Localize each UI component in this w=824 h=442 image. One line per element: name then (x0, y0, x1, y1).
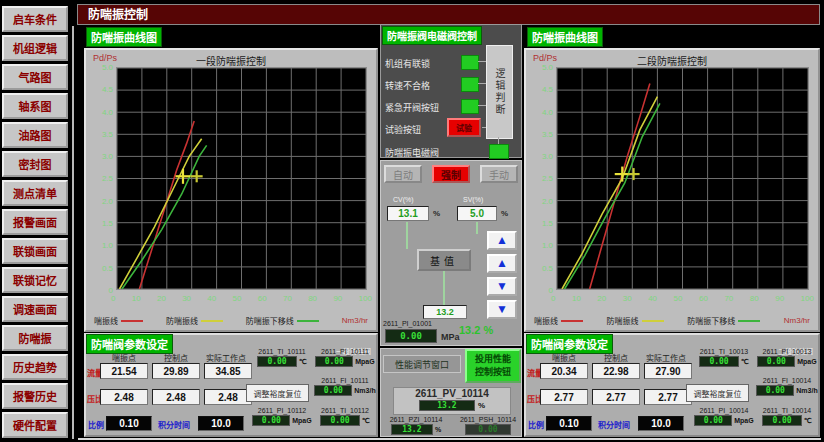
y-axis-ticks: 5.04.54.03.53.02.52.01.51.00.50 (88, 63, 115, 295)
sidebar-item-speed-screen[interactable]: 调速画面 (2, 296, 68, 322)
legend-line-sample (121, 320, 143, 322)
engage-performance-button[interactable]: 投用性能 控制按钮 (465, 349, 521, 383)
sidebar-item-point-list[interactable]: 测点清单 (2, 180, 68, 206)
led-display: 0.00 (699, 356, 739, 367)
legend-line-sample (201, 320, 223, 322)
sidebar-item-history-trend[interactable]: 历史趋势 (2, 354, 68, 380)
connector-line (406, 222, 408, 249)
surge-chart-stage2: 二段防喘振控制 Pd/Ps 5.04.54.03.53.02.52.01.51.… (524, 48, 820, 332)
connector-line (498, 137, 499, 144)
interlock-status-label: 机组有联锁 (385, 57, 430, 70)
led-display: 0.00 (252, 415, 290, 426)
proportional-value-box[interactable]: 0.10 (106, 416, 152, 431)
decrease-arrow-button[interactable]: ▼ (487, 300, 517, 319)
integral-time-label: 积分时间 (158, 419, 190, 430)
sidebar-item-start-conditions[interactable]: 启车条件 (2, 6, 68, 32)
legend-line-sample (642, 320, 664, 322)
proportional-value-box[interactable]: 0.10 (546, 416, 592, 431)
sidebar-item-antisurge[interactable]: 防喘振 (2, 325, 68, 351)
proportional-label: 比例 (528, 419, 544, 430)
pi-tag-group: 2611_PI_10013 0.00MpaG (754, 348, 820, 367)
legend-item-antisurge-line: 防喘振线 (166, 315, 223, 326)
psh-led-display: 0.00 (465, 424, 511, 435)
sidebar-item-oil-diagram[interactable]: 油路图 (2, 122, 68, 148)
solenoid-section-label: 防喘振阀电磁阀控制 (382, 26, 482, 45)
fi-tag-group: 2611_FI_10111 0.00Nm3/h (312, 377, 378, 396)
x-axis-unit: Nm3/hr (342, 316, 368, 325)
led-display: 0.00 (756, 385, 794, 396)
decrease-arrow-button[interactable]: ▼ (487, 277, 517, 296)
sidebar-item-seal-diagram[interactable]: 密封图 (2, 151, 68, 177)
pi2-tag-group: 2611_PI_10014 0.00MpaG (691, 407, 757, 426)
legend-line-sample (561, 320, 583, 322)
legend-item-shift-line: 防喘振下移线 (246, 315, 319, 326)
psh-tag-group: 2611_PSH_10114 0.00 (455, 416, 521, 435)
surge-chart-plot (556, 67, 809, 290)
sidebar-item-shaft-diagram[interactable]: 轴系图 (2, 93, 68, 119)
test-button-label: 试验按钮 (385, 123, 421, 136)
pressure-led-display: 0.00 (385, 329, 437, 343)
test-button[interactable]: 试验 (447, 118, 481, 137)
chart-title: 二段防喘振控制 (526, 53, 818, 68)
mode-manual-button[interactable]: 手动 (480, 165, 518, 183)
speed-indicator (461, 77, 479, 92)
mode-auto-button[interactable]: 自动 (384, 165, 422, 183)
legend-item-surge-line: 喘振线 (94, 315, 143, 326)
pressure-tag-label: 2611_PI_01001 (383, 320, 432, 327)
base-value-button[interactable]: 基值 (417, 249, 471, 271)
surge-chart-plot (116, 67, 367, 290)
ratio-working-value: 2.77 (644, 389, 692, 405)
setpoint-box[interactable]: 13.2 (423, 305, 467, 319)
sidebar-item-unit-logic[interactable]: 机组逻辑 (2, 35, 68, 61)
pressure-unit: MPa (441, 332, 460, 342)
sv-unit: % (501, 209, 508, 218)
pzi-led-display: 13.2 (391, 424, 433, 435)
chart-title: 一段防喘振控制 (86, 53, 376, 68)
integral-time-value-box[interactable]: 10.0 (198, 416, 244, 431)
increase-arrow-button[interactable]: ▲ (487, 254, 517, 273)
sidebar-item-interlock-screen[interactable]: 联锁画面 (2, 238, 68, 264)
sidebar-item-hardware-config[interactable]: 硬件配置 (2, 412, 68, 438)
integral-time-value-box[interactable]: 10.0 (638, 416, 684, 431)
sidebar-item-alarm-screen[interactable]: 报警画面 (2, 209, 68, 235)
ratio-control-value: 2.48 (152, 389, 200, 405)
ratio-working-value: 2.48 (204, 389, 252, 405)
valve-percent-readout: 13.2 % (459, 324, 493, 336)
connector-line (443, 271, 445, 306)
x-axis-unit: Nm3/hr (784, 316, 810, 325)
led-display: 0.00 (314, 385, 352, 396)
increase-arrow-button[interactable]: ▲ (487, 231, 517, 250)
chart-legend: 喘振线 防喘振线 防喘振下移线 Nm3/hr (94, 314, 368, 327)
ratio-control-value: 2.77 (592, 389, 640, 405)
legend-item-surge-line: 喘振线 (534, 315, 583, 326)
sidebar-item-gas-diagram[interactable]: 气路图 (2, 64, 68, 90)
param-section-label-left: 防喘阀参数设定 (86, 334, 173, 354)
led-display: 0.00 (762, 415, 802, 426)
ti2-tag-group: 2611_TI_10014 0.00℃ (754, 407, 820, 426)
ratio-surge-value: 2.48 (100, 389, 148, 405)
cv-unit: % (433, 209, 440, 218)
ratio-surge-value: 2.77 (540, 389, 588, 405)
connector-line (478, 105, 486, 106)
col-header-working-point: 实际工作点 (198, 352, 254, 363)
mode-force-button[interactable]: 强制 (432, 165, 470, 183)
connector-line (476, 222, 478, 234)
logic-judge-box: 逻辑判断 (486, 45, 513, 139)
margin-reset-button[interactable]: 调整裕度复位 (246, 384, 309, 402)
x-axis-ticks: 0102030405060708090100 (551, 294, 814, 303)
pv-display-frame: 2611_PV_10114 13.2 % (393, 387, 511, 415)
margin-reset-button[interactable]: 调整裕度复位 (686, 384, 749, 402)
page-title: 防喘振控制 (77, 4, 820, 25)
cv-label: CV(%) (393, 196, 414, 203)
y-axis-label: Pd/Ps (93, 53, 117, 63)
sidebar-item-alarm-history[interactable]: 报警历史 (2, 383, 68, 409)
connector-line (478, 61, 486, 62)
surge-chart-stage1: 一段防喘振控制 Pd/Ps 5.04.54.03.53.02.52.01.51.… (84, 48, 378, 332)
performance-window-button[interactable]: 性能调节窗口 (383, 355, 461, 373)
sv-value-box[interactable]: 5.0 (457, 206, 497, 221)
speed-status-label: 转速不合格 (385, 79, 430, 92)
led-display: 0.00 (257, 356, 297, 367)
pv-led-display: 13.2 (419, 400, 475, 411)
sidebar-item-interlock-memory[interactable]: 联锁记忆 (2, 267, 68, 293)
sv-label: SV(%) (463, 196, 483, 203)
